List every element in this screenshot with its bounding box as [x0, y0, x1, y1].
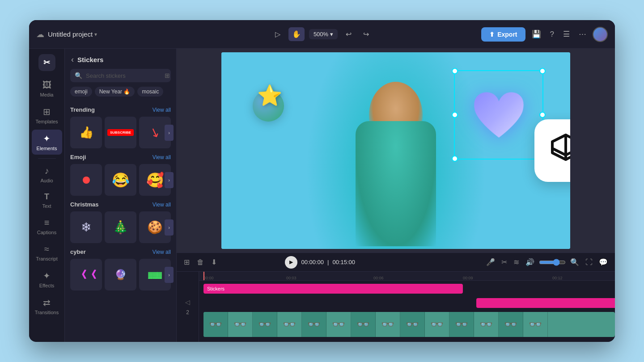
play-button[interactable]: ▶ — [285, 256, 297, 269]
settings-button[interactable]: ☰ — [560, 27, 572, 42]
sticker-red-dot[interactable] — [70, 164, 102, 196]
undo-button[interactable]: ↩ — [342, 27, 355, 41]
cloud-icon: ☁ — [36, 29, 44, 39]
christmas-scroll-right[interactable]: › — [165, 219, 174, 236]
canvas-viewport[interactable]: ⭐ 💙 — [177, 49, 615, 253]
handle-bl[interactable] — [452, 156, 458, 162]
sticker-snowflake[interactable]: ❄ — [70, 211, 102, 243]
panel-title: Stickers — [77, 56, 103, 63]
comments-button[interactable]: 💬 — [597, 256, 610, 268]
christmas-grid: ❄ 🎄 🍪 › — [70, 211, 171, 243]
sidebar-item-transcript[interactable]: ≈ Transcript — [32, 240, 62, 265]
tag-emoji[interactable]: emoji — [70, 87, 92, 97]
timeline-download-button[interactable]: ⬇ — [209, 256, 219, 268]
film-frame-11: 👓 — [449, 312, 474, 337]
fullscreen-button[interactable]: ⛶ — [584, 257, 594, 268]
pointer-tool-button[interactable]: ▷ — [271, 27, 284, 41]
sticker-tree[interactable]: 🎄 — [105, 211, 136, 243]
sidebar-item-audio[interactable]: ♪ Audio — [32, 162, 62, 187]
sidebar-item-effects[interactable]: ✦ Effects — [32, 267, 62, 292]
sidebar-item-templates[interactable]: ⊞ Templates — [32, 103, 62, 128]
tag-newyear[interactable]: New Year 🔥 — [95, 87, 135, 97]
ruler-mark-3: 00:09 — [463, 276, 473, 280]
search-input[interactable] — [86, 72, 161, 79]
timeline-add-track-button[interactable]: ⊞ — [182, 256, 191, 268]
save-to-cloud-button[interactable]: 💾 — [529, 27, 544, 42]
redo-button[interactable]: ↪ — [360, 27, 373, 41]
sticker-like[interactable]: 👍 — [70, 117, 102, 148]
hand-tool-button[interactable]: ✋ — [288, 27, 305, 41]
sticker-cyber2[interactable]: 🔮 — [105, 259, 136, 290]
collapse-icon[interactable]: ◁ — [185, 299, 190, 306]
sidebar-item-text[interactable]: T Text — [32, 189, 62, 212]
sticker-subscribe[interactable]: SUBSCRIBE — [105, 117, 136, 148]
header-left: ☁ Untitled project ▾ — [36, 29, 266, 39]
filter-icon[interactable]: ⊞ — [165, 72, 170, 79]
tag-emoji-label: emoji — [75, 88, 88, 95]
sidebar-item-captions[interactable]: ≡ Captions — [32, 214, 62, 239]
cyber-scroll-right[interactable]: › — [165, 267, 174, 283]
handle-mr[interactable] — [539, 112, 546, 118]
sticker-laugh[interactable]: 😂 — [105, 164, 136, 196]
cyber-title: cyber — [70, 248, 86, 255]
more-options-button[interactable]: ⋯ — [576, 27, 589, 42]
sidebar-item-elements[interactable]: ✦ Elements — [32, 130, 62, 155]
sidebar-item-media[interactable]: 🖼 Media — [32, 76, 62, 101]
arrow-icon: ↘ — [148, 124, 162, 141]
tl-video-track: 👓 👓 👓 👓 — [199, 312, 615, 339]
emoji-scroll-right[interactable]: › — [165, 172, 174, 188]
avatar[interactable] — [593, 27, 608, 42]
transcript-icon: ≈ — [44, 244, 49, 254]
film-thumbnail-2: 👓 — [233, 318, 247, 331]
handle-tl[interactable] — [452, 68, 458, 74]
tl-tracks: Stickers 👓 — [199, 281, 615, 341]
zoom-control-button[interactable]: 500% ▾ — [309, 29, 338, 39]
project-name[interactable]: Untitled project ▾ — [48, 30, 97, 38]
timeline-zoom-in[interactable]: 🔍 — [568, 256, 581, 268]
speed-button[interactable]: ≋ — [512, 256, 521, 268]
selection-box[interactable]: 💙 — [454, 70, 543, 160]
volume-slider[interactable] — [539, 259, 566, 266]
emoji-section-header: Emoji View all — [70, 154, 171, 160]
film-thumbnail-9: 👓 — [406, 318, 419, 331]
sidebar-item-effects-label: Effects — [39, 283, 54, 288]
christmas-title: Christmas — [70, 201, 99, 208]
app-logo-svg — [548, 133, 570, 168]
floating-star-sticker: ⭐ — [253, 88, 288, 124]
film-thumbnail-5: 👓 — [307, 318, 321, 331]
trending-view-all[interactable]: View all — [153, 107, 171, 113]
timeline: ⊞ 🗑 ⬇ ▶ 00:00:00 | 00:15:00 🎤 ✂ ≋ 🔊 — [177, 253, 615, 342]
export-button[interactable]: ⬆ Export — [481, 27, 525, 42]
trending-title: Trending — [70, 106, 95, 113]
cyber-section-header: cyber View all — [70, 248, 171, 255]
split-button[interactable]: ✂ — [500, 256, 509, 268]
clip-pink[interactable] — [476, 298, 615, 308]
video-filmstrip[interactable]: 👓 👓 👓 👓 — [203, 312, 615, 337]
handle-tr[interactable] — [539, 68, 546, 74]
emoji-view-all[interactable]: View all — [153, 154, 171, 160]
header: ☁ Untitled project ▾ ▷ ✋ 500% ▾ ↩ ↪ ⬆ Ex… — [29, 20, 615, 49]
timeline-content: ◁ 2 00:00 00:03 00:06 00:09 00:12 — [177, 272, 615, 342]
clip-stickers[interactable]: Stickers — [203, 284, 463, 294]
film-frame-10: 👓 — [425, 312, 449, 337]
film-thumbnail-1: 👓 — [209, 318, 222, 331]
film-thumbnail-4: 👓 — [283, 318, 296, 331]
microphone-button[interactable]: 🎤 — [484, 256, 497, 268]
trending-scroll-right[interactable]: › — [165, 125, 174, 141]
timeline-delete-button[interactable]: 🗑 — [195, 257, 206, 268]
film-frame-3: 👓 — [253, 312, 277, 337]
sticker-cyber1[interactable]: 《《 — [70, 259, 102, 290]
help-button[interactable]: ? — [547, 27, 557, 42]
volume-button[interactable]: 🔊 — [524, 256, 536, 268]
cyber-view-all[interactable]: View all — [153, 249, 171, 255]
tl-left: ◁ 2 — [177, 272, 199, 342]
christmas-view-all[interactable]: View all — [153, 202, 171, 208]
tag-mosaic[interactable]: mosaic — [137, 87, 163, 97]
emoji-title: Emoji — [70, 154, 86, 160]
film-frame-6: 👓 — [326, 312, 351, 337]
stickers-content: Trending View all 👍 SUBSCRIBE ↘ › — [65, 101, 176, 342]
back-button[interactable]: ‹ — [71, 55, 74, 64]
sidebar-item-transitions[interactable]: ⇄ Transitions — [32, 294, 62, 319]
handle-ml[interactable] — [452, 112, 458, 118]
tl-track-stickers: Stickers — [199, 282, 615, 295]
